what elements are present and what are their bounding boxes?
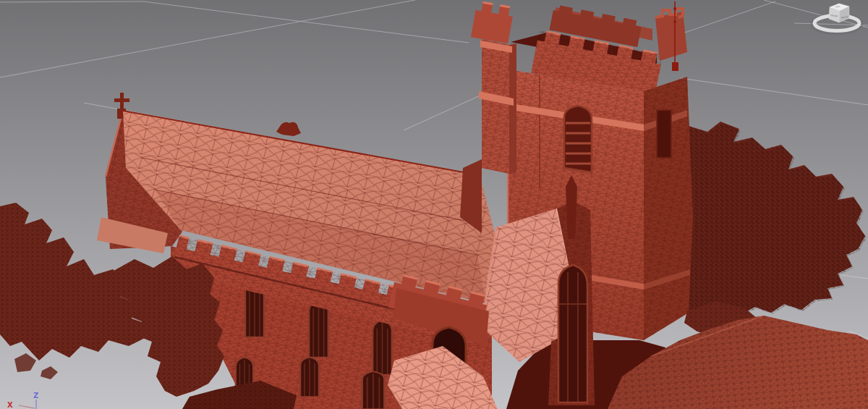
z-axis-label: Z	[33, 392, 38, 400]
antenna-dot	[673, 20, 676, 23]
window-arch[interactable]	[373, 320, 392, 375]
tower-side-window[interactable]	[657, 110, 671, 158]
window-arch[interactable]	[362, 371, 384, 409]
belfry-louvre[interactable]	[564, 106, 592, 172]
viewport[interactable]: Z X TOP FRONT RIGHT	[0, 0, 868, 409]
antenna-vane	[672, 62, 678, 71]
x-axis-label: X	[7, 401, 13, 409]
antenna-dot	[673, 7, 676, 10]
window-arch[interactable]	[300, 357, 319, 397]
tracery-window[interactable]	[558, 265, 587, 402]
stair-turret-side	[509, 43, 516, 174]
corner-turret[interactable]	[655, 12, 687, 61]
viewport-canvas[interactable]: Z X TOP FRONT RIGHT	[0, 0, 868, 409]
